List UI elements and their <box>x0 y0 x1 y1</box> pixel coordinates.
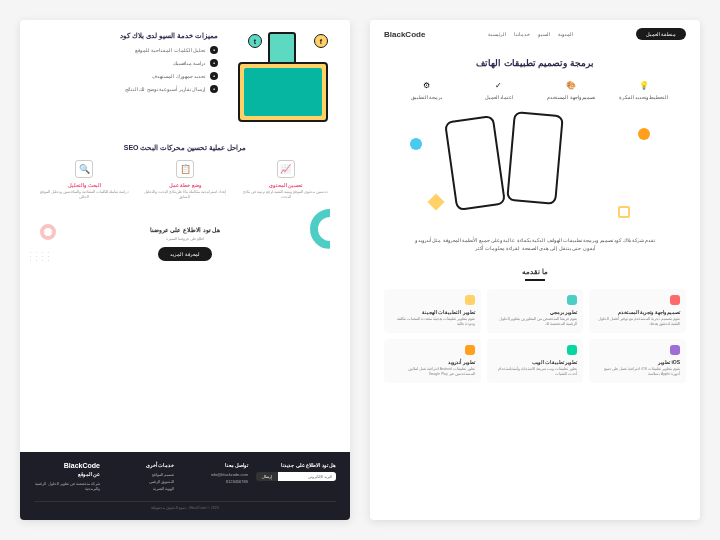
decor-box-icon <box>618 206 630 218</box>
decor-ball-icon <box>638 128 650 140</box>
footer-contact: تواصل معنا info@blackcode.com 0123456789 <box>182 462 248 493</box>
stages-title: مراحل عملية تحسين محركات البحث SEO <box>20 144 350 152</box>
footer-newsletter: هل تود الاطلاع على جديدنا إرسال <box>256 462 336 493</box>
process-steps: 💡التخطيط وتحديد الفكرة 🎨تصميم واجهة المس… <box>370 78 700 100</box>
facebook-icon: f <box>314 34 328 48</box>
step-approval: ✓اعتماد العميل <box>463 78 536 100</box>
learn-more-button[interactable]: لمعرفة المزيد <box>158 247 211 261</box>
phones-illustration <box>390 108 680 228</box>
apple-icon <box>670 345 680 355</box>
decor-circle-icon <box>410 138 422 150</box>
footer-about: BlackCode عن الموقع شركة متخصصة في تطوير… <box>34 462 100 493</box>
card-web[interactable]: تطوير تطبيقات الويبنطور تطبيقات ويب سريع… <box>487 339 584 383</box>
lightbulb-icon: 💡 <box>637 78 651 92</box>
hybrid-icon <box>465 295 475 305</box>
footer-link[interactable]: تصميم المواقع <box>108 472 174 477</box>
stage-content: 📈تحسين المحتوىتحسين محتوى الموقع وبنيته … <box>235 160 336 200</box>
page-seo: t f مميزات خدمة السيو لدى بلاك كود •تحلي… <box>20 20 350 520</box>
laptop-icon <box>238 62 328 122</box>
stage-plan: 📋وضع خطة عملإعداد استراتيجية متكاملة بنا… <box>135 160 236 200</box>
services-grid: تصميم واجهة وتجربة المستخدمنقوم بتصميم ت… <box>370 289 700 383</box>
web-icon <box>567 345 577 355</box>
contact-email[interactable]: info@blackcode.com <box>182 472 248 477</box>
seo-feature-list: مميزات خدمة السيو لدى بلاك كود •تحليل ال… <box>32 32 218 122</box>
seo-title: مميزات خدمة السيو لدى بلاك كود <box>32 32 218 40</box>
code-icon <box>567 295 577 305</box>
chart-icon: 📈 <box>277 160 295 178</box>
check-icon: ✓ <box>492 78 506 92</box>
card-ios[interactable]: iOS تطويرنقوم بتطوير تطبيقات iOS احترافي… <box>589 339 686 383</box>
footer-links: خدمات أخرى تصميم المواقع التسويق الرقمي … <box>108 462 174 493</box>
cta-section: • • • •• • • •• • • • هل تود الاطلاع على… <box>20 214 350 273</box>
footer-link[interactable]: الهوية البصرية <box>108 486 174 491</box>
cta-subtitle: اطلع على عروضنا المميزة <box>20 236 350 241</box>
gear-icon: ⚙ <box>419 78 433 92</box>
seo-item-audience: •تحديد جمهورك المستهدف <box>32 72 218 80</box>
seo-stages: 📈تحسين المحتوىتحسين محتوى الموقع وبنيته … <box>20 160 350 200</box>
bullet-icon: • <box>210 85 218 93</box>
phone-mockup-1 <box>444 115 506 211</box>
cta-question: هل تود الاطلاع على عروضنا <box>20 226 350 233</box>
hero-title: برمجة وتصميم تطبيقات الهاتف <box>370 58 700 68</box>
step-dev: ⚙برمجة التطبيق <box>390 78 463 100</box>
phone-mockup-2 <box>506 111 564 205</box>
bullet-icon: • <box>210 59 218 67</box>
footer-logo[interactable]: BlackCode <box>34 462 100 469</box>
search-icon: 🔍 <box>75 160 93 178</box>
seo-item-keywords: •تحليل الكلمات المفتاحية للموقع <box>32 46 218 54</box>
hero-description: تقدم شركة بلاك كود تصميم وبرمجة تطبيقات … <box>370 236 700 252</box>
seo-item-reports: •إرسال تقارير أسبوعية توضح لك النتائج <box>32 85 218 93</box>
footer: هل تود الاطلاع على جديدنا إرسال تواصل مع… <box>20 452 350 520</box>
newsletter-send-button[interactable]: إرسال <box>256 472 278 481</box>
header: منطقة العميل المدونة السيو خدماتنا الرئي… <box>370 20 700 48</box>
step-planning: 💡التخطيط وتحديد الفكرة <box>608 78 681 100</box>
card-ux[interactable]: تصميم واجهة وتجربة المستخدمنقوم بتصميم ت… <box>589 289 686 333</box>
clipboard-icon: 📋 <box>176 160 194 178</box>
android-icon <box>465 345 475 355</box>
bullet-icon: • <box>210 72 218 80</box>
brand-logo[interactable]: BlackCode <box>384 30 425 39</box>
copyright: BlackCode © 2023 - جميع الحقوق محفوظة <box>34 501 336 510</box>
bullet-icon: • <box>210 46 218 54</box>
palette-icon: 🎨 <box>564 78 578 92</box>
newsletter-input[interactable] <box>278 472 336 481</box>
step-design: 🎨تصميم واجهة المستخدم <box>535 78 608 100</box>
decor-cube-icon <box>428 194 445 211</box>
ux-icon <box>670 295 680 305</box>
card-hybrid[interactable]: تطوير التطبيقات الهجينةنقوم بتطوير تطبيق… <box>384 289 481 333</box>
seo-item-competitors: •دراسة منافسيك <box>32 59 218 67</box>
decor-ring-icon <box>40 224 56 240</box>
tumblr-icon: t <box>248 34 262 48</box>
card-dev[interactable]: تطوير برمجييقوم فريقنا المتخصص من المطور… <box>487 289 584 333</box>
services-title: ما نقدمه <box>370 268 700 281</box>
seo-illustration: t f <box>228 32 338 122</box>
nav-services[interactable]: خدماتنا <box>514 31 530 37</box>
nav-seo[interactable]: السيو <box>538 31 550 37</box>
client-area-button[interactable]: منطقة العميل <box>636 28 686 40</box>
page-mobile-apps: منطقة العميل المدونة السيو خدماتنا الرئي… <box>370 20 700 520</box>
nav-home[interactable]: الرئيسية <box>488 31 506 37</box>
nav-blog[interactable]: المدونة <box>558 31 573 37</box>
main-nav: المدونة السيو خدماتنا الرئيسية <box>488 31 573 37</box>
card-android[interactable]: تطوير أندرويدنطور تطبيقات Android احتراف… <box>384 339 481 383</box>
decor-dots-icon: • • • •• • • •• • • • <box>30 251 51 263</box>
contact-phone[interactable]: 0123456789 <box>182 479 248 484</box>
seo-features: t f مميزات خدمة السيو لدى بلاك كود •تحلي… <box>20 20 350 134</box>
footer-link[interactable]: التسويق الرقمي <box>108 479 174 484</box>
stage-research: 🔍البحث والتحليلدراسة شاملة للكلمات المفت… <box>34 160 135 200</box>
